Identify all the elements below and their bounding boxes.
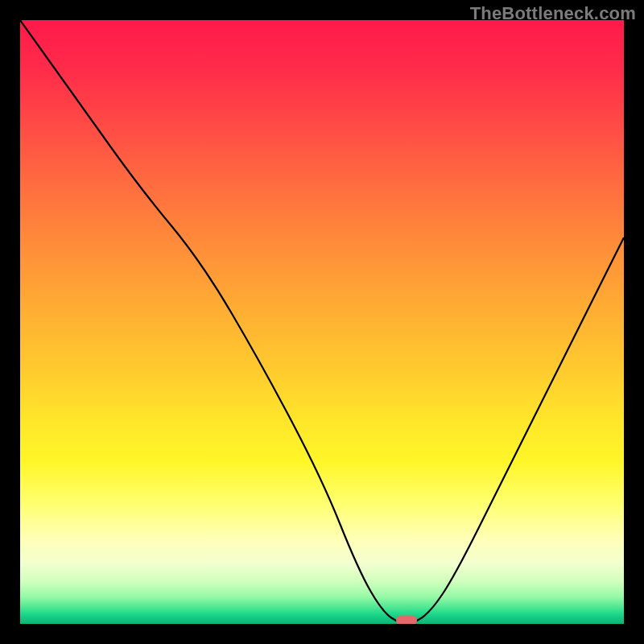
bottleneck-curve: [20, 20, 624, 624]
watermark-text: TheBottleneck.com: [470, 3, 636, 24]
optimal-marker: [396, 616, 417, 625]
curve-line: [20, 20, 624, 624]
chart-frame: TheBottleneck.com: [0, 0, 644, 644]
plot-area: [20, 20, 624, 624]
